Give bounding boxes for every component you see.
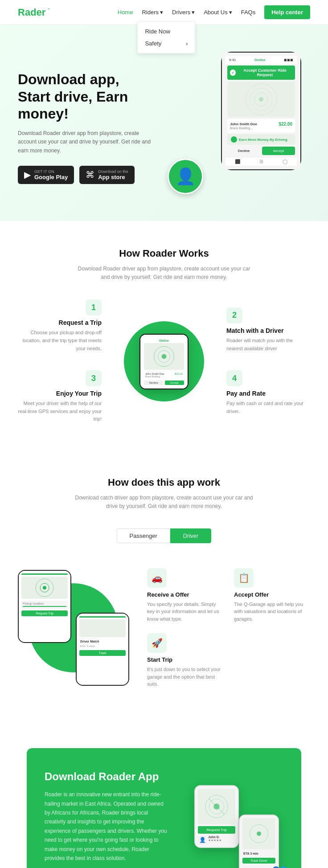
help-center-button[interactable]: Help center [264, 5, 310, 19]
receive-offer-icon: 🚗 [147, 568, 167, 588]
phone-screen: 9:41 Online ◼◼◼ Accept Customer Ride Req… [222, 53, 300, 169]
app-work-title: How does this app work [18, 477, 310, 488]
feature-accept-text: The Q-Garage app will help you with valu… [234, 601, 310, 623]
steps-left-col: 1 Request a Trip Choose your pickup and … [18, 299, 102, 423]
tab-passenger[interactable]: Passenger [117, 528, 170, 543]
download-wrapper: Download Roader App Roader is an innovat… [0, 721, 328, 868]
hero-description: Download Roader driver app from playstor… [18, 129, 152, 155]
phone-status-bar: 9:41 Online ◼◼◼ [226, 56, 297, 64]
dropdown-safety[interactable]: Safety › [138, 37, 195, 49]
features-grid: 🚗 Receive a Offer You specify your detai… [147, 568, 310, 688]
download-section: Download Roader App Roader is an innovat… [27, 748, 301, 868]
hero-phone: 9:41 Online ◼◼◼ Accept Customer Ride Req… [168, 52, 310, 203]
phone-actions: Decline Accept [227, 147, 295, 155]
google-play-icon: ▶ [24, 169, 31, 180]
chevron-down-icon: ▾ [229, 9, 232, 16]
navbar: Rader • Home Riders ▾ Ride Now Safety › … [0, 0, 328, 25]
download-phone-1: Request Trip 👤 John D. ★★★★★ [194, 785, 239, 848]
hero-left: Download app, Start drive, Earn money! D… [18, 71, 152, 184]
history-nav-icon: ☰ [259, 159, 263, 164]
svg-point-3 [259, 97, 263, 102]
how-works-desc: Download Roader driver app from playstor… [75, 265, 253, 282]
phone-accept-bar: Accept Customer Ride Request [227, 66, 295, 80]
step-3-number: 3 [86, 370, 102, 386]
chevron-right-icon: › [186, 40, 188, 47]
start-trip-icon: 🚀 [147, 633, 167, 653]
nav-riders[interactable]: Riders ▾ Ride Now Safety › [142, 9, 163, 16]
feature-start-trip: 🚀 Start Trip It's just down to you to se… [147, 633, 223, 688]
apple-icon: ⌘ [86, 169, 94, 180]
step-3: 3 Enjoy Your Trip Meet your driver with … [18, 370, 102, 423]
chevron-down-icon: ▾ [192, 9, 195, 16]
dropdown-ride-now[interactable]: Ride Now [138, 25, 195, 37]
feature-trip-text: It's just down to you to select your gar… [147, 666, 223, 688]
phone-ride-info: John Smith Doe $22.00 Brans Building... [227, 119, 295, 132]
feature-accept-title: Accept Offer [234, 591, 310, 598]
tab-toggle: Passenger Driver [18, 528, 310, 543]
nav-links: Home Riders ▾ Ride Now Safety › Drivers … [118, 5, 310, 19]
step-2-title: Match with a Driver [226, 327, 310, 334]
step-4-number: 4 [226, 370, 242, 386]
how-works-section: How Roader Works Download Roader driver … [0, 221, 328, 450]
step-1-title: Request a Trip [18, 319, 102, 326]
check-icon [230, 70, 236, 76]
hero-title: Download app, Start drive, Earn money! [18, 71, 152, 122]
decline-button[interactable]: Decline [227, 147, 260, 155]
step-1: 1 Request a Trip Choose your pickup and … [18, 299, 102, 352]
phone-app-1: Pickup location Request Trip [18, 570, 71, 643]
map-nav-icon: ⬛ [235, 159, 240, 164]
nav-home[interactable]: Home [118, 9, 133, 16]
feature-trip-title: Start Trip [147, 656, 223, 663]
app-work-section: How does this app work Download catch dr… [0, 450, 328, 721]
app-work-content: Pickup location Request Trip Driver Matc… [18, 561, 310, 695]
profile-nav-icon: ◯ [283, 159, 287, 164]
app-work-desc: Download catch driver app from playstore… [75, 494, 253, 511]
download-phone-2: ETA 3 min Track Driver [239, 815, 279, 868]
phone-app-2: Driver Match ETA: 3 mins Track [76, 613, 129, 686]
svg-point-9 [43, 586, 46, 590]
google-play-label: Google Play [34, 174, 68, 180]
download-description: Roader is an innovative new entrant into… [45, 790, 169, 863]
phone-map [227, 82, 295, 117]
app-phones-left: Pickup location Request Trip Driver Matc… [18, 561, 129, 695]
feature-accept-offer: 📋 Accept Offer The Q-Garage app will hel… [234, 568, 310, 623]
phone-nav-bar: ⬛ ☰ ◯ [226, 157, 297, 166]
chevron-down-icon: ▾ [160, 9, 163, 16]
step-3-title: Enjoy Your Trip [18, 390, 102, 397]
step-2-text: Roader will match you with the nearest a… [226, 337, 310, 352]
step-1-text: Choose your pickup and drop-off location… [18, 329, 102, 352]
svg-point-14 [257, 831, 261, 836]
feature-receive-text: You specify your details. Simply key in … [147, 601, 223, 623]
nav-faqs[interactable]: FAQs [241, 9, 256, 16]
center-phone-container: Online John Smith Doe$22.00 [111, 303, 217, 419]
steps-right-col: 2 Match with a Driver Roader will match … [226, 307, 310, 415]
logo: Rader • [18, 7, 49, 18]
riders-dropdown: Ride Now Safety › [137, 21, 195, 53]
hero-buttons: ▶ GET IT ON Google Play ⌘ Download on th… [18, 166, 152, 184]
step-4: 4 Pay and Rate Pay with cash or card and… [226, 370, 310, 415]
download-phones: Request Trip 👤 John D. ★★★★★ [185, 785, 283, 868]
how-works-title: How Roader Works [18, 248, 310, 259]
nav-drivers[interactable]: Drivers ▾ [172, 9, 195, 16]
nav-about[interactable]: About Us ▾ [204, 9, 232, 16]
center-phone: Online John Smith Doe$22.00 [139, 334, 189, 389]
step-2-number: 2 [226, 307, 242, 323]
accept-offer-icon: 📋 [234, 568, 254, 588]
hero-section: Download app, Start drive, Earn money! D… [0, 25, 328, 221]
main-phone-mockup: 9:41 Online ◼◼◼ Accept Customer Ride Req… [221, 52, 301, 170]
step-2: 2 Match with a Driver Roader will match … [226, 307, 310, 352]
driver-avatar [168, 159, 203, 194]
accept-button[interactable]: Accept [262, 147, 295, 155]
svg-point-6 [162, 354, 167, 359]
tab-driver[interactable]: Driver [170, 528, 212, 543]
step-4-title: Pay and Rate [226, 390, 310, 397]
phone-earn-bar: Earn More Money By Driving [227, 134, 295, 145]
app-store-label: App store [98, 174, 128, 180]
earn-check-icon [231, 136, 237, 143]
google-play-button[interactable]: ▶ GET IT ON Google Play [18, 166, 74, 184]
download-left: Download Roader App Roader is an innovat… [45, 770, 169, 868]
step-4-text: Pay with cash or card and rate your driv… [226, 400, 310, 415]
step-3-text: Meet your driver with the help of our re… [18, 400, 102, 423]
app-store-button[interactable]: ⌘ Download on the App store [79, 166, 135, 184]
feature-receive-title: Receive a Offer [147, 591, 223, 598]
